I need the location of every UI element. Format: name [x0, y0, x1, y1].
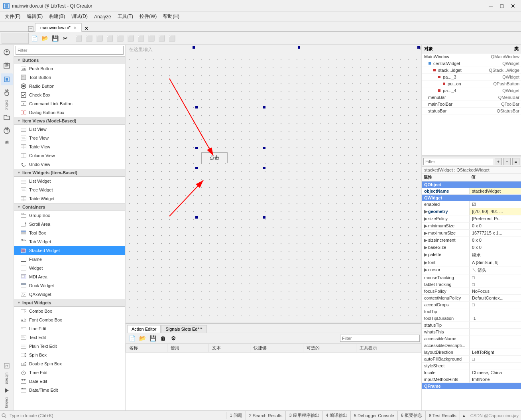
widget-filter-input[interactable] [16, 46, 124, 55]
locate-input[interactable] [8, 412, 224, 419]
prop-autofillbackground[interactable]: autoFillBackground □ [422, 356, 521, 363]
toolbar-h-layout[interactable]: ⬜ [74, 34, 83, 43]
status-search[interactable]: 2 Search Results [246, 411, 286, 420]
status-summary[interactable]: 6 概要信息 [398, 411, 426, 420]
item-dialog-button-box[interactable]: Dialog Button Box [14, 108, 125, 117]
item-frame[interactable]: Frame [14, 255, 125, 264]
prop-inputmethodhints[interactable]: inputMethodHints ImhNone [422, 376, 521, 383]
prop-minimumsize[interactable]: ▶minimumSize 0 x 0 [422, 223, 521, 230]
action-settings-btn[interactable]: ⚙ [169, 333, 178, 343]
item-undo-view[interactable]: Undo View [14, 160, 125, 169]
sidebar-edit[interactable] [1, 60, 13, 72]
prop-locale[interactable]: locale Chinese, China [422, 369, 521, 376]
item-combo-box[interactable]: Combo Box [14, 307, 125, 315]
bottom-filter-input[interactable] [340, 335, 420, 342]
menu-file[interactable]: 文件(F) [2, 12, 24, 21]
item-scroll-area[interactable]: Scroll Area [14, 220, 125, 229]
item-qaxwidget[interactable]: AX QAxWidget [14, 290, 125, 299]
menu-analyze[interactable]: Analyze [91, 13, 114, 20]
sidebar-debug2[interactable] [1, 385, 13, 396]
action-save-btn[interactable]: 💾 [148, 333, 157, 343]
item-time-edit[interactable]: Time Edit [14, 368, 125, 377]
tree-row-centralwidget[interactable]: centralWidget QWidget [422, 60, 521, 67]
close-button[interactable]: ✕ [508, 2, 518, 10]
menu-debug[interactable]: 调试(D) [68, 12, 91, 21]
sidebar-welcome[interactable] [1, 46, 13, 58]
canvas-push-button[interactable]: 点击 [201, 152, 228, 163]
toolbar-save[interactable]: 💾 [50, 34, 60, 43]
toolbar-adjust-size[interactable]: ⬜ [126, 34, 135, 43]
status-up-btn[interactable]: ▲ [460, 413, 468, 418]
menu-help[interactable]: 帮助(H) [160, 12, 183, 21]
properties-minus-btn[interactable]: − [503, 158, 511, 165]
status-app-output[interactable]: 3 应用程序输出 [286, 411, 322, 420]
category-buttons[interactable]: ▼ Buttons [14, 56, 125, 64]
maximize-button[interactable]: □ [497, 2, 507, 10]
sidebar-help[interactable]: ? [1, 125, 13, 137]
item-command-link[interactable]: Command Link Button [14, 99, 125, 108]
tab-close-btn[interactable]: ✕ [83, 25, 90, 32]
properties-config-btn[interactable]: ≡ [512, 158, 519, 165]
status-compile-output[interactable]: 4 编译输出 [323, 411, 351, 420]
prop-sizeincrement[interactable]: ▶sizeIncrement 0 x 0 [422, 237, 521, 244]
tree-row-menubar[interactable]: menuBar QMenuBar [422, 94, 521, 101]
tab-signals-slots[interactable]: Signals Slots Ed*** [161, 325, 207, 333]
sidebar-debug[interactable] [1, 87, 13, 99]
item-tool-button[interactable]: T Tool Button [14, 73, 125, 82]
item-datetime-edit[interactable]: Date/Time Edit [14, 386, 125, 394]
prop-font[interactable]: ▶font A [SimSun, 9] [422, 259, 521, 266]
tab-action-editor[interactable]: Action Editor [127, 325, 161, 333]
status-problems[interactable]: 1 问题 [226, 411, 246, 420]
prop-basesize[interactable]: ▶baseSize 0 x 0 [422, 244, 521, 251]
prop-cursor[interactable]: ▶cursor ↖ 箭头 [422, 266, 521, 274]
form-area[interactable]: 在这里输入 ◁ 点击 [126, 45, 421, 323]
prop-accessibledescription[interactable]: accessibleDescripti... [422, 342, 521, 349]
category-item-views[interactable]: ▼ Item Views (Model-Based) [14, 117, 125, 125]
menu-build[interactable]: 构建(B) [46, 12, 68, 21]
prop-contextmenupolicy[interactable]: contextMenuPolicy DefaultContex... [422, 295, 521, 302]
item-table-widget[interactable]: Table Widget [14, 194, 125, 203]
prop-layoutdirection[interactable]: layoutDirection LeftToRight [422, 349, 521, 356]
prop-tooltip[interactable]: toolTip [422, 308, 521, 315]
item-column-view[interactable]: Column View [14, 151, 125, 160]
prop-stylesheet[interactable]: styleSheet [422, 363, 521, 369]
item-mdi-area[interactable]: MDI Area [14, 272, 125, 281]
category-input-widgets[interactable]: ▼ Input Widgets [14, 299, 125, 307]
item-plain-text-edit[interactable]: Plain Text Edit [14, 342, 125, 351]
item-line-edit[interactable]: Line Edit [14, 324, 125, 333]
item-widget[interactable]: Widget [14, 264, 125, 272]
toolbar-resources[interactable]: ⬜ [167, 34, 177, 43]
prop-palette[interactable]: ▶palette 继承 [422, 251, 521, 259]
main-tab[interactable]: mainwindow.ui* ✕ [35, 23, 82, 32]
prop-accessiblename[interactable]: accessibleName [422, 335, 521, 342]
item-list-view[interactable]: List View [14, 125, 125, 134]
item-date-edit[interactable]: Date Edit [14, 377, 125, 386]
prop-sizepolicy[interactable]: ▶sizePolicy [Preferred, Pr... [422, 215, 521, 223]
action-new-btn[interactable]: 📄 [127, 333, 137, 343]
prop-enabled[interactable]: enabled ☑ [422, 201, 521, 208]
item-text-edit[interactable]: Text Edit [14, 333, 125, 342]
action-open-btn[interactable]: 📂 [138, 333, 147, 343]
item-tool-box[interactable]: Tool Box [14, 229, 125, 237]
item-font-combo-box[interactable]: A Font Combo Box [14, 315, 125, 324]
prop-whatisthis[interactable]: whatsThis [422, 329, 521, 335]
properties-add-btn[interactable]: + [495, 158, 502, 165]
menu-widgets[interactable]: 控件(W) [136, 12, 160, 21]
toolbar-buddies[interactable]: ⬜ [146, 34, 156, 43]
item-spin-box[interactable]: Spin Box [14, 351, 125, 359]
prop-acceptdrops[interactable]: acceptDrops □ [422, 302, 521, 308]
action-delete-btn[interactable]: 🗑 [158, 333, 168, 343]
tree-row-mainwindow[interactable]: MainWindow QMainWindow [422, 53, 521, 60]
tree-row-pa4[interactable]: pa..._4 QWidget [422, 87, 521, 94]
canvas-main[interactable]: 在这里输入 ◁ 点击 [126, 45, 421, 323]
tab-close-icon[interactable]: ✕ [73, 26, 77, 30]
item-double-spin-box[interactable]: 1.0 Double Spin Box [14, 359, 125, 368]
prop-tooltipduration[interactable]: toolTipDuration -1 [422, 315, 521, 322]
toolbar-break-layout[interactable]: ⬜ [115, 34, 125, 43]
item-tree-view[interactable]: Tree View [14, 134, 125, 142]
category-containers[interactable]: ▼ Containers [14, 203, 125, 211]
status-test-results[interactable]: 8 Test Results [426, 411, 460, 420]
tree-row-puon[interactable]: pu...on QPushButton [422, 81, 521, 87]
toolbar-v-layout[interactable]: ⬜ [84, 34, 94, 43]
toolbar-cut[interactable]: ✂ [61, 34, 70, 43]
